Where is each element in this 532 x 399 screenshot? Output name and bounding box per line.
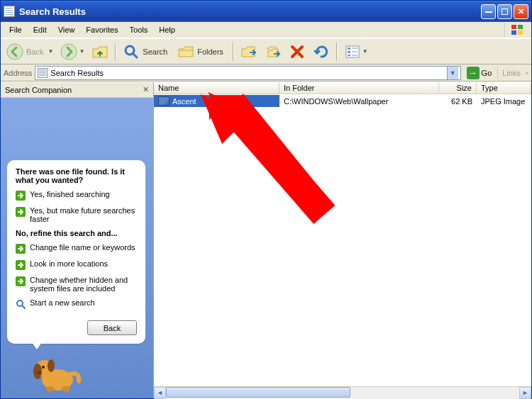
horizontal-scrollbar[interactable]: ◄ ► (154, 386, 531, 398)
go-arrow-icon: → (467, 67, 480, 79)
column-folder[interactable]: In Folder (279, 82, 439, 94)
minimize-button[interactable] (481, 4, 496, 19)
address-input[interactable]: Search Results ▼ (35, 66, 460, 80)
windows-flag-icon (504, 23, 528, 37)
svg-rect-3 (518, 30, 523, 35)
arrow-right-icon (16, 276, 26, 286)
address-value: Search Results (50, 69, 104, 77)
search-question: There was one file found. Is it what you… (16, 167, 137, 184)
result-name: Ascent (172, 97, 196, 106)
svg-rect-9 (348, 47, 350, 50)
scroll-thumb[interactable] (166, 387, 350, 398)
svg-point-5 (61, 44, 77, 60)
menu-edit[interactable]: Edit (28, 23, 52, 36)
go-button[interactable]: → Go (464, 66, 495, 80)
search-companion-header: Search Companion ✕ (1, 82, 153, 98)
svg-line-21 (22, 305, 25, 308)
search-dog-icon (28, 344, 84, 394)
scroll-track[interactable] (166, 387, 519, 399)
arrow-right-icon (16, 244, 26, 254)
title-bar: Search Results ✕ (1, 1, 531, 22)
svg-point-27 (37, 371, 41, 374)
forward-arrow-icon (60, 43, 77, 60)
undo-icon (313, 43, 330, 60)
svg-point-26 (42, 366, 45, 369)
result-type: JPEG Image (477, 95, 531, 107)
maximize-button[interactable] (497, 4, 512, 19)
forward-button[interactable]: ▼ (57, 41, 87, 62)
svg-rect-1 (518, 25, 523, 29)
back-button[interactable]: Back ▼ (4, 41, 56, 62)
column-headers: Name In Folder Size Type (154, 82, 531, 95)
svg-point-28 (62, 386, 70, 392)
result-row[interactable]: Ascent C:\WINDOWS\Web\Wallpaper 62 KB JP… (154, 95, 531, 107)
option-new-search[interactable]: Start a new search (16, 298, 137, 309)
toolbar: Back ▼ ▼ Search Folders ▼ (1, 38, 531, 64)
close-pane-button[interactable]: ✕ (143, 85, 149, 94)
folders-button[interactable]: Folders (174, 41, 229, 62)
arrow-right-icon (16, 260, 26, 270)
window-icon (4, 6, 15, 17)
option-hidden-files[interactable]: Change whether hidden and system files a… (16, 276, 137, 293)
option-faster[interactable]: Yes, but make future searches faster (16, 206, 137, 223)
search-balloon: There was one file found. Is it what you… (7, 160, 145, 344)
option-change-name[interactable]: Change file name or keywords (16, 243, 137, 254)
search-button[interactable]: Search (120, 41, 173, 62)
result-size: 62 KB (439, 95, 477, 107)
menu-help[interactable]: Help (153, 23, 181, 36)
copy-to-button[interactable] (262, 41, 284, 62)
column-type[interactable]: Type (477, 82, 531, 94)
up-button[interactable] (89, 41, 111, 62)
result-folder: C:\WINDOWS\Web\Wallpaper (279, 95, 439, 107)
copy-to-icon (265, 43, 282, 60)
option-more-locations[interactable]: Look in more locations (16, 259, 137, 270)
svg-rect-11 (348, 55, 350, 56)
svg-rect-0 (511, 25, 516, 29)
views-button[interactable]: ▼ (341, 41, 371, 62)
window-title: Search Results (19, 6, 86, 17)
search-companion-pane: Search Companion ✕ There was one file fo… (1, 82, 154, 398)
search-back-button[interactable]: Back (87, 320, 137, 335)
close-button[interactable]: ✕ (514, 4, 528, 19)
address-bar: Address Search Results ▼ → Go Links » (1, 64, 531, 82)
delete-icon (289, 43, 306, 60)
address-dropdown-button[interactable]: ▼ (447, 67, 458, 79)
menu-tools[interactable]: Tools (124, 23, 154, 36)
menu-favorites[interactable]: Favorites (80, 23, 123, 36)
column-name[interactable]: Name (154, 82, 279, 94)
svg-point-4 (7, 44, 23, 60)
menu-view[interactable]: View (52, 23, 81, 36)
address-label: Address (4, 69, 32, 77)
svg-point-24 (33, 364, 42, 379)
svg-line-7 (133, 53, 137, 57)
menu-file[interactable]: File (4, 23, 28, 36)
move-to-icon (240, 43, 257, 60)
magnifier-icon (16, 299, 26, 309)
folder-up-icon (92, 43, 109, 60)
menu-bar: File Edit View Favorites Tools Help (1, 22, 531, 38)
arrow-right-icon (16, 207, 26, 217)
delete-button[interactable] (286, 41, 309, 62)
move-to-button[interactable] (238, 41, 260, 62)
column-size[interactable]: Size (439, 82, 477, 94)
option-finished[interactable]: Yes, finished searching (16, 190, 137, 201)
svg-point-25 (48, 359, 55, 372)
undo-button[interactable] (310, 41, 333, 62)
svg-point-29 (46, 386, 55, 392)
back-arrow-icon (6, 43, 23, 60)
links-button[interactable]: Links » (497, 66, 528, 80)
results-list: Name In Folder Size Type Ascent C:\WINDO… (154, 82, 531, 398)
page-icon (38, 68, 48, 78)
svg-rect-2 (511, 30, 516, 35)
arrow-right-icon (16, 191, 26, 201)
scroll-right-button[interactable]: ► (519, 387, 531, 399)
search-icon (123, 43, 140, 60)
refine-header: No, refine this search and... (16, 229, 137, 237)
svg-rect-10 (348, 51, 350, 53)
scroll-left-button[interactable]: ◄ (154, 387, 166, 399)
views-icon (344, 43, 361, 60)
image-file-icon (158, 96, 170, 106)
folders-icon (177, 43, 194, 60)
